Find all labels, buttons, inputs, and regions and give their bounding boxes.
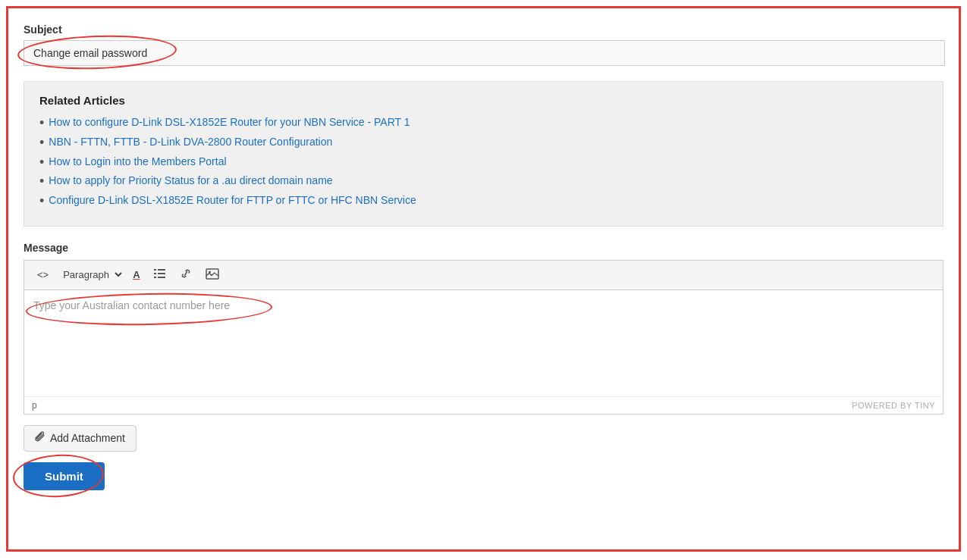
editor-toolbar: <> Paragraph A — [24, 261, 943, 290]
image-button[interactable] — [200, 265, 224, 285]
list-item: • How to Login into the Members Portal — [39, 155, 928, 171]
code-button[interactable]: <> — [32, 266, 54, 283]
bullet-icon: • — [39, 155, 44, 171]
placeholder-wrapper: Type your Australian contact number here — [33, 299, 230, 311]
svg-rect-0 — [154, 269, 156, 271]
svg-rect-2 — [154, 273, 156, 274]
list-item: • How to configure D-Link DSL-X1852E Rou… — [39, 116, 928, 131]
bullet-icon: • — [39, 194, 44, 209]
svg-rect-1 — [158, 269, 165, 271]
editor-footer: p POWERED BY TINY — [24, 396, 943, 414]
list-item: • How to apply for Priority Status for a… — [39, 174, 928, 189]
paragraph-select-wrapper: Paragraph — [57, 267, 124, 283]
list-item: • Configure D-Link DSL-X1852E Router for… — [39, 194, 928, 209]
svg-rect-3 — [158, 273, 165, 274]
related-article-link[interactable]: How to configure D-Link DSL-X1852E Route… — [49, 116, 410, 128]
related-article-link[interactable]: NBN - FTTN, FTTB - D-Link DVA-2800 Route… — [49, 136, 332, 148]
related-article-link[interactable]: How to apply for Priority Status for a .… — [49, 174, 332, 186]
submit-wrapper: Submit — [24, 462, 105, 490]
subject-label: Subject — [24, 23, 943, 36]
font-color-icon: A — [133, 269, 140, 280]
add-attachment-button[interactable]: Add Attachment — [24, 425, 137, 452]
list-icon — [154, 268, 166, 281]
related-article-link[interactable]: Configure D-Link DSL-X1852E Router for F… — [49, 194, 416, 206]
font-color-button[interactable]: A — [127, 266, 145, 283]
editor-body[interactable]: Type your Australian contact number here — [24, 290, 943, 396]
editor-footer-p-tag: p — [32, 400, 37, 411]
related-articles-list: • How to configure D-Link DSL-X1852E Rou… — [39, 116, 928, 209]
message-section: Message <> Paragraph A — [24, 242, 943, 490]
image-icon — [206, 268, 219, 282]
related-articles-title: Related Articles — [39, 94, 928, 107]
link-button[interactable] — [174, 265, 197, 284]
subject-input[interactable] — [24, 40, 945, 66]
message-label: Message — [24, 242, 943, 254]
svg-rect-4 — [154, 277, 156, 278]
list-item: • NBN - FTTN, FTTB - D-Link DVA-2800 Rou… — [39, 136, 928, 151]
editor-container: <> Paragraph A — [24, 260, 943, 415]
page-wrapper: Subject Related Articles • How to config… — [6, 6, 961, 552]
link-icon — [180, 268, 192, 281]
related-article-link[interactable]: How to Login into the Members Portal — [49, 155, 226, 167]
svg-rect-5 — [158, 277, 165, 278]
paragraph-select[interactable]: Paragraph — [57, 267, 124, 283]
editor-placeholder: Type your Australian contact number here — [33, 299, 230, 311]
paperclip-icon — [35, 431, 46, 446]
code-icon: <> — [37, 269, 49, 280]
list-button[interactable] — [149, 265, 171, 284]
related-articles-box: Related Articles • How to configure D-Li… — [24, 81, 943, 227]
submit-button[interactable]: Submit — [24, 462, 105, 490]
subject-section: Subject — [24, 23, 943, 66]
bullet-icon: • — [39, 116, 44, 131]
bullet-icon: • — [39, 136, 44, 151]
powered-by-label: POWERED BY TINY — [852, 401, 935, 410]
bullet-icon: • — [39, 174, 44, 189]
add-attachment-label: Add Attachment — [50, 432, 125, 444]
svg-point-7 — [209, 271, 211, 273]
